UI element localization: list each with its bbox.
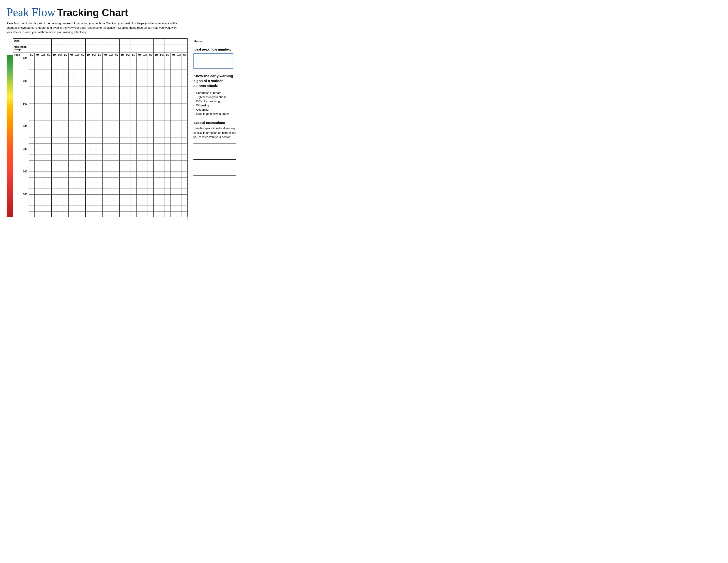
grid-cell-am-d1-r0[interactable]: [40, 58, 46, 64]
grid-cell-am-d9-r16[interactable]: [131, 149, 137, 154]
grid-cell-am-d10-r7[interactable]: [142, 98, 148, 103]
grid-cell-pm-d6-r8[interactable]: [103, 104, 108, 109]
grid-cell-am-d8-r6[interactable]: [120, 92, 125, 98]
grid-cell-am-d9-r19[interactable]: [131, 166, 137, 171]
grid-cell-pm-d3-r17[interactable]: [69, 155, 74, 160]
grid-cell-am-d11-r20[interactable]: [154, 172, 159, 177]
grid-cell-am-d3-r7[interactable]: [63, 98, 69, 103]
grid-cell-pm-d1-r26[interactable]: [46, 206, 51, 211]
grid-cell-pm-d11-r2[interactable]: [159, 70, 165, 75]
grid-cell-am-d13-r27[interactable]: [176, 211, 182, 217]
grid-cell-pm-d9-r18[interactable]: [137, 160, 142, 166]
grid-cell-pm-d8-r0[interactable]: [125, 58, 131, 64]
grid-cell-am-d9-r10[interactable]: [131, 115, 137, 120]
grid-cell-pm-d0-r6[interactable]: [35, 92, 40, 98]
grid-cell-am-d13-r25[interactable]: [176, 200, 182, 205]
grid-cell-pm-d11-r24[interactable]: [159, 194, 165, 200]
grid-cell-am-d10-r13[interactable]: [142, 132, 148, 137]
grid-cell-am-d11-r27[interactable]: [154, 211, 159, 217]
grid-cell-pm-d12-r25[interactable]: [171, 200, 176, 205]
grid-cell-am-d1-r1[interactable]: [40, 64, 46, 70]
grid-cell-am-d0-r9[interactable]: [29, 109, 35, 115]
grid-cell-pm-d12-r20[interactable]: [171, 172, 176, 177]
grid-cell-pm-d8-r18[interactable]: [125, 160, 131, 166]
grid-cell-am-d12-r3[interactable]: [165, 75, 171, 81]
grid-cell-pm-d1-r5[interactable]: [46, 87, 51, 92]
grid-cell-pm-d4-r26[interactable]: [80, 206, 85, 211]
grid-cell-pm-d12-r16[interactable]: [171, 149, 176, 154]
grid-cell-pm-d9-r8[interactable]: [137, 104, 142, 109]
grid-cell-pm-d9-r1[interactable]: [137, 64, 142, 70]
grid-cell-pm-d3-r12[interactable]: [69, 126, 74, 132]
grid-cell-pm-d12-r14[interactable]: [171, 138, 176, 143]
grid-cell-pm-d4-r19[interactable]: [80, 166, 85, 171]
grid-cell-am-d5-r26[interactable]: [86, 206, 91, 211]
grid-cell-am-d7-r14[interactable]: [108, 138, 114, 143]
grid-cell-pm-d7-r19[interactable]: [114, 166, 119, 171]
grid-cell-pm-d8-r15[interactable]: [125, 143, 131, 149]
grid-cell-am-d0-r4[interactable]: [29, 81, 35, 86]
grid-cell-am-d12-r27[interactable]: [165, 211, 171, 217]
grid-cell-am-d10-r9[interactable]: [142, 109, 148, 115]
grid-cell-am-d3-r10[interactable]: [63, 115, 69, 120]
grid-cell-am-d8-r24[interactable]: [120, 194, 125, 200]
grid-cell-pm-d13-r26[interactable]: [182, 206, 187, 211]
grid-cell-am-d2-r7[interactable]: [52, 98, 57, 103]
grid-cell-pm-d7-r20[interactable]: [114, 172, 119, 177]
grid-cell-pm-d13-r20[interactable]: [182, 172, 187, 177]
grid-cell-am-d11-r23[interactable]: [154, 189, 159, 194]
grid-cell-pm-d4-r18[interactable]: [80, 160, 85, 166]
grid-cell-am-d12-r7[interactable]: [165, 98, 171, 103]
grid-cell-am-d13-r9[interactable]: [176, 109, 182, 115]
write-line-2[interactable]: [193, 154, 236, 154]
grid-cell-am-d13-r8[interactable]: [176, 104, 182, 109]
grid-cell-am-d1-r7[interactable]: [40, 98, 46, 103]
grid-cell-am-d9-r26[interactable]: [131, 206, 137, 211]
grid-cell-pm-d6-r23[interactable]: [103, 189, 108, 194]
grid-cell-pm-d10-r3[interactable]: [148, 75, 153, 81]
grid-cell-pm-d10-r17[interactable]: [148, 155, 153, 160]
grid-cell-am-d9-r18[interactable]: [131, 160, 137, 166]
grid-cell-pm-d2-r2[interactable]: [57, 70, 63, 75]
grid-cell-pm-d1-r15[interactable]: [46, 143, 51, 149]
grid-cell-am-d4-r12[interactable]: [74, 126, 80, 132]
grid-cell-am-d0-r25[interactable]: [29, 200, 35, 205]
grid-cell-am-d10-r22[interactable]: [142, 183, 148, 188]
grid-cell-am-d7-r19[interactable]: [108, 166, 114, 171]
grid-cell-pm-d5-r11[interactable]: [91, 121, 97, 126]
grid-cell-pm-d13-r5[interactable]: [182, 87, 187, 92]
grid-cell-pm-d9-r4[interactable]: [137, 81, 142, 86]
grid-cell-am-d13-r5[interactable]: [176, 87, 182, 92]
grid-cell-pm-d7-r6[interactable]: [114, 92, 119, 98]
grid-cell-pm-d5-r16[interactable]: [91, 149, 97, 154]
grid-cell-pm-d12-r19[interactable]: [171, 166, 176, 171]
grid-cell-pm-d9-r0[interactable]: [137, 58, 142, 64]
grid-cell-pm-d6-r27[interactable]: [103, 211, 108, 217]
grid-cell-pm-d10-r6[interactable]: [148, 92, 153, 98]
grid-cell-am-d4-r1[interactable]: [74, 64, 80, 70]
grid-cell-am-d8-r21[interactable]: [120, 177, 125, 183]
grid-cell-am-d8-r7[interactable]: [120, 98, 125, 103]
grid-cell-pm-d1-r2[interactable]: [46, 70, 51, 75]
grid-cell-am-d4-r4[interactable]: [74, 81, 80, 86]
grid-cell-am-d5-r6[interactable]: [86, 92, 91, 98]
grid-cell-pm-d8-r22[interactable]: [125, 183, 131, 188]
grid-cell-pm-d11-r17[interactable]: [159, 155, 165, 160]
grid-cell-am-d6-r9[interactable]: [97, 109, 103, 115]
grid-cell-pm-d0-r5[interactable]: [35, 87, 40, 92]
grid-cell-am-d0-r10[interactable]: [29, 115, 35, 120]
grid-cell-pm-d10-r9[interactable]: [148, 109, 153, 115]
grid-cell-am-d4-r2[interactable]: [74, 70, 80, 75]
grid-cell-am-d8-r2[interactable]: [120, 70, 125, 75]
grid-cell-pm-d11-r0[interactable]: [159, 58, 165, 64]
grid-cell-pm-d0-r1[interactable]: [35, 64, 40, 70]
grid-cell-am-d6-r11[interactable]: [97, 121, 103, 126]
grid-cell-am-d1-r26[interactable]: [40, 206, 46, 211]
grid-cell-am-d10-r16[interactable]: [142, 149, 148, 154]
grid-cell-am-d7-r25[interactable]: [108, 200, 114, 205]
grid-cell-am-d7-r4[interactable]: [108, 81, 114, 86]
grid-cell-am-d1-r3[interactable]: [40, 75, 46, 81]
grid-cell-am-d2-r1[interactable]: [52, 64, 57, 70]
grid-cell-am-d11-r19[interactable]: [154, 166, 159, 171]
grid-cell-pm-d0-r11[interactable]: [35, 121, 40, 126]
